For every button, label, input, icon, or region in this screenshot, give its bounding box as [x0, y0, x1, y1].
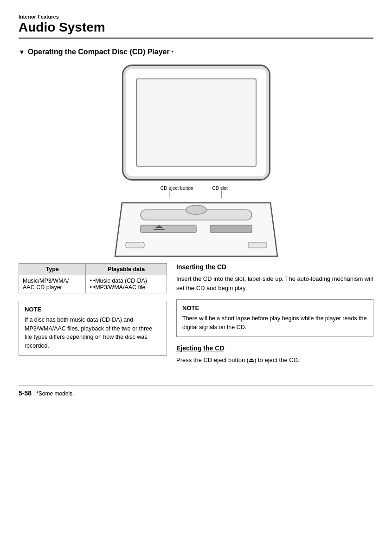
inserting-text: Insert the CD into the slot, label-side …: [176, 274, 373, 293]
right-column: Inserting the CD Insert the CD into the …: [176, 263, 373, 371]
page-number: 5-58: [19, 389, 32, 397]
svg-text:CD eject button: CD eject button: [160, 186, 193, 191]
page-footer: 5-58 *Some models.: [19, 385, 373, 397]
note-text-right: There will be a short lapse before play …: [182, 314, 367, 332]
svg-rect-11: [126, 242, 144, 248]
inserting-section: Inserting the CD Insert the CD into the …: [176, 263, 373, 293]
diagram-area: CD eject button CD slot: [19, 65, 373, 259]
svg-rect-9: [154, 229, 165, 230]
playable-item-2: •MP3/WMA/AAC file: [90, 284, 163, 291]
table-header-playable: Playable data: [86, 263, 167, 275]
monitor-illustration: [122, 65, 270, 181]
section-heading: ▼ Operating the Compact Disc (CD) Player…: [19, 48, 373, 56]
cd-unit-svg: [113, 198, 280, 259]
svg-rect-7: [141, 225, 196, 233]
cd-labels-svg: CD eject button CD slot: [113, 184, 280, 198]
left-column: Type Playable data Music/MP3/WMA/AAC CD …: [19, 263, 167, 371]
note-text-left: If a disc has both music data (CD-DA) an…: [25, 316, 161, 350]
ejecting-heading: Ejecting the CD: [176, 344, 373, 352]
table-cell-data: •Music data (CD-DA) •MP3/WMA/AAC file: [86, 275, 167, 293]
title-divider: [19, 38, 373, 39]
note-box-right: NOTE There will be a short lapse before …: [176, 299, 373, 337]
bottom-layout: Type Playable data Music/MP3/WMA/AAC CD …: [19, 263, 373, 371]
page-title: Audio System: [19, 20, 373, 35]
note-title-left: NOTE: [25, 306, 161, 313]
svg-text:CD slot: CD slot: [212, 186, 228, 191]
section-heading-text: Operating the Compact Disc (CD) Player: [28, 48, 170, 56]
inserting-heading: Inserting the CD: [176, 263, 373, 271]
footer-note: *Some models.: [36, 390, 74, 397]
svg-point-6: [186, 205, 206, 214]
table-cell-type: Music/MP3/WMA/AAC CD player: [19, 275, 86, 293]
monitor-screen: [136, 78, 257, 167]
svg-rect-12: [248, 242, 267, 248]
triangle-icon: ▼: [19, 48, 25, 56]
note-title-right: NOTE: [182, 304, 367, 311]
cd-unit-wrapper: CD eject button CD slot: [113, 184, 280, 259]
table-header-type: Type: [19, 263, 86, 275]
playable-item-1: •Music data (CD-DA): [90, 278, 163, 284]
ejecting-section: Ejecting the CD Press the CD eject butto…: [176, 344, 373, 365]
section-label: Interior Features: [19, 14, 373, 19]
table-row: Music/MP3/WMA/AAC CD player •Music data …: [19, 275, 167, 293]
ejecting-text: Press the CD eject button (⏏) to eject t…: [176, 356, 373, 365]
svg-rect-10: [210, 225, 252, 233]
asterisk: *: [172, 50, 174, 55]
type-table: Type Playable data Music/MP3/WMA/AAC CD …: [19, 263, 167, 293]
note-box-left: NOTE If a disc has both music data (CD-D…: [19, 301, 167, 356]
